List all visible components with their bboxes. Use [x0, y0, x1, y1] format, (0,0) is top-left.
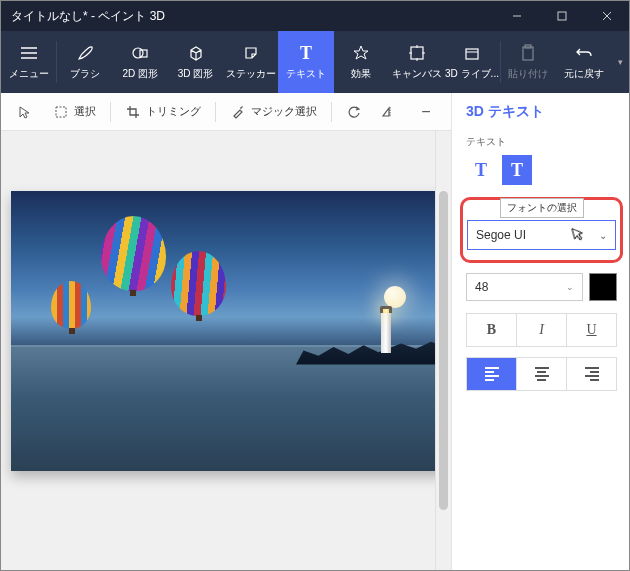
font-dropdown[interactable]: Segoe UI ⌄ — [467, 220, 616, 250]
align-right-icon — [585, 365, 599, 383]
svg-rect-18 — [56, 107, 66, 117]
scrollbar-thumb[interactable] — [439, 191, 448, 510]
minimize-button[interactable] — [494, 1, 539, 31]
svg-rect-14 — [466, 49, 478, 59]
text-color-swatch[interactable] — [589, 273, 617, 301]
align-right-button[interactable] — [566, 358, 616, 390]
svg-rect-9 — [411, 47, 423, 59]
align-center-button[interactable] — [516, 358, 566, 390]
bold-button[interactable]: B — [467, 314, 516, 346]
properties-panel: 3D テキスト テキスト T T フォントの選択 Segoe UI ⌄ 48 ⌄… — [451, 93, 629, 570]
close-button[interactable] — [584, 1, 629, 31]
canvas-image[interactable] — [11, 191, 446, 471]
rotate-button[interactable] — [338, 98, 370, 126]
text-type-row: T T — [466, 155, 617, 185]
font-size-row: 48 ⌄ — [466, 273, 617, 301]
menu-icon — [19, 43, 39, 63]
select-icon — [53, 104, 69, 120]
cursor-icon — [571, 225, 588, 246]
app-window: タイトルなし* - ペイント 3D メニュー ブラシ 2D 図形 3D 図形 ス… — [0, 0, 630, 571]
brush-tool[interactable]: ブラシ — [57, 31, 112, 93]
stickers-tool[interactable]: ステッカー — [223, 31, 278, 93]
flip-icon — [382, 104, 398, 120]
pointer-tool[interactable] — [9, 98, 41, 126]
font-size-value: 48 — [475, 280, 488, 294]
underline-button[interactable]: U — [566, 314, 616, 346]
text-tool[interactable]: T テキスト — [278, 31, 333, 93]
image-balloon — [171, 251, 226, 316]
sticker-icon — [241, 43, 261, 63]
font-tooltip: フォントの選択 — [500, 198, 584, 218]
text-icon: T — [296, 43, 316, 63]
style-row: B I U — [466, 313, 617, 347]
effects-icon — [351, 43, 371, 63]
menu-button[interactable]: メニュー — [1, 31, 56, 93]
chevron-down-icon: ⌄ — [566, 282, 574, 292]
crop-tool[interactable]: トリミング — [117, 98, 209, 126]
chevron-down-icon: ⌄ — [599, 230, 607, 241]
canvas-icon — [407, 43, 427, 63]
undo-icon — [574, 43, 594, 63]
minus-icon: − — [418, 104, 434, 120]
brush-icon — [75, 43, 95, 63]
magic-select-tool[interactable]: マジック選択 — [222, 98, 325, 126]
text-2d-button[interactable]: T — [466, 155, 496, 185]
paste-icon — [518, 43, 538, 63]
shapes-2d-tool[interactable]: 2D 図形 — [113, 31, 168, 93]
shapes-2d-icon — [130, 43, 150, 63]
flip-button[interactable] — [374, 98, 406, 126]
align-row — [466, 357, 617, 391]
italic-button[interactable]: I — [516, 314, 566, 346]
window-title: タイトルなし* - ペイント 3D — [11, 8, 494, 25]
pointer-icon — [17, 104, 33, 120]
library-3d-tool[interactable]: 3D ライブ... — [444, 31, 499, 93]
paste-button[interactable]: 貼り付け — [501, 31, 556, 93]
ribbon-overflow[interactable]: ▾ — [611, 31, 629, 93]
image-balloon — [101, 216, 166, 291]
font-value: Segoe UI — [476, 228, 526, 242]
svg-rect-16 — [523, 47, 533, 60]
svg-point-19 — [241, 106, 243, 108]
canvas-area — [1, 131, 451, 570]
main-toolbar: メニュー ブラシ 2D 図形 3D 図形 ステッカー T テキスト 効果 — [1, 31, 629, 93]
image-lighthouse — [381, 313, 391, 353]
maximize-button[interactable] — [539, 1, 584, 31]
canvas-tool[interactable]: キャンバス — [389, 31, 444, 93]
align-left-icon — [485, 365, 499, 383]
font-highlight: フォントの選択 Segoe UI ⌄ — [460, 197, 623, 263]
text-3d-button[interactable]: T — [502, 155, 532, 185]
align-center-icon — [535, 365, 549, 383]
image-balloon — [51, 281, 91, 329]
crop-icon — [125, 104, 141, 120]
undo-button[interactable]: 元に戻す — [556, 31, 611, 93]
svg-rect-1 — [558, 12, 566, 20]
rotate-icon — [346, 104, 362, 120]
library-icon — [462, 43, 482, 63]
zoom-out-button[interactable]: − — [410, 98, 442, 126]
text-section-label: テキスト — [466, 135, 617, 149]
align-left-button[interactable] — [467, 358, 516, 390]
font-size-dropdown[interactable]: 48 ⌄ — [466, 273, 583, 301]
image-moon — [384, 286, 406, 308]
shapes-3d-icon — [186, 43, 206, 63]
panel-title: 3D テキスト — [466, 103, 617, 121]
magic-icon — [230, 104, 246, 120]
select-tool[interactable]: 選択 — [45, 98, 104, 126]
vertical-scrollbar[interactable] — [435, 131, 451, 570]
effects-tool[interactable]: 効果 — [334, 31, 389, 93]
shapes-3d-tool[interactable]: 3D 図形 — [168, 31, 223, 93]
title-bar: タイトルなし* - ペイント 3D — [1, 1, 629, 31]
